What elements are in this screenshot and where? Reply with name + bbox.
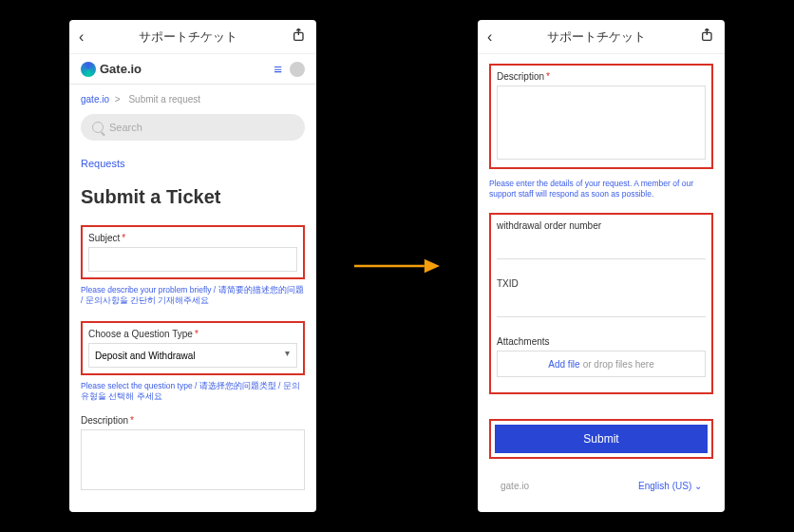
question-type-hint: Please select the question type / 请选择您的问… xyxy=(81,381,305,402)
share-icon[interactable] xyxy=(700,28,715,47)
description-highlight: Description* xyxy=(489,64,713,169)
back-icon[interactable]: ‹ xyxy=(487,28,492,46)
description-hint-right: Please enter the details of your request… xyxy=(489,179,713,200)
txid-input[interactable] xyxy=(497,293,706,317)
breadcrumb-sep: > xyxy=(115,94,121,104)
description-label-left: Description* xyxy=(81,415,305,426)
submit-button[interactable]: Submit xyxy=(495,425,708,453)
phone-screen-left: ‹ サポートチケット Gate.io ≡ gate.io > Submit a … xyxy=(69,20,316,512)
breadcrumb: gate.io > Submit a request xyxy=(81,94,305,104)
language-selector[interactable]: English (US) ⌄ xyxy=(638,481,702,491)
details-highlight: withdrawal order number TXID Attachments… xyxy=(489,213,713,394)
share-icon[interactable] xyxy=(292,28,307,47)
subject-field-highlight: Subject* xyxy=(81,225,305,279)
drop-text: or drop files here xyxy=(583,359,654,370)
back-icon[interactable]: ‹ xyxy=(79,28,84,46)
breadcrumb-current: Submit a request xyxy=(128,94,200,104)
footer: gate.io English (US) ⌄ xyxy=(489,469,713,503)
footer-brand[interactable]: gate.io xyxy=(501,481,529,491)
requests-link[interactable]: Requests xyxy=(81,158,305,169)
logo-text: Gate.io xyxy=(100,62,142,76)
description-field-left: Description* xyxy=(81,415,305,492)
subject-input[interactable] xyxy=(88,247,297,272)
phone-header-right: ‹ サポートチケット xyxy=(478,20,725,54)
avatar-icon[interactable] xyxy=(290,62,305,77)
brand-bar: Gate.io ≡ xyxy=(69,54,316,85)
search-icon xyxy=(92,122,104,133)
page-title: Submit a Ticket xyxy=(81,186,305,208)
subject-label: Subject* xyxy=(88,233,297,243)
add-file-dropzone[interactable]: Add file or drop files here xyxy=(497,351,706,377)
add-file-link[interactable]: Add file xyxy=(548,359,579,370)
search-input[interactable]: Search xyxy=(81,114,305,141)
submit-highlight: Submit xyxy=(489,419,713,459)
logo[interactable]: Gate.io xyxy=(81,62,142,77)
txid-label: TXID xyxy=(497,278,706,289)
search-placeholder: Search xyxy=(109,122,142,133)
svg-marker-2 xyxy=(425,259,440,273)
breadcrumb-root[interactable]: gate.io xyxy=(81,94,109,104)
description-label-right: Description* xyxy=(497,71,706,82)
header-title-right: サポートチケット xyxy=(547,28,646,46)
withdrawal-order-label: withdrawal order number xyxy=(497,220,706,231)
question-type-select[interactable]: Deposit and Withdrawal xyxy=(88,343,297,368)
arrow-icon xyxy=(354,252,440,280)
description-textarea-right[interactable] xyxy=(497,86,706,160)
attachments-label: Attachments xyxy=(497,336,706,347)
question-type-label: Choose a Question Type* xyxy=(88,329,297,339)
hamburger-icon[interactable]: ≡ xyxy=(274,61,282,77)
description-textarea-left[interactable] xyxy=(81,429,305,490)
content-left: gate.io > Submit a request Search Reques… xyxy=(69,85,316,512)
phone-header: ‹ サポートチケット xyxy=(69,20,316,54)
header-title: サポートチケット xyxy=(139,28,237,46)
subject-hint: Please describe your problem briefly / 请… xyxy=(81,285,305,306)
phone-screen-right: ‹ サポートチケット Description* Please enter the… xyxy=(478,20,725,512)
question-type-highlight: Choose a Question Type* Deposit and With… xyxy=(81,321,305,375)
withdrawal-order-input[interactable] xyxy=(497,235,706,259)
logo-icon xyxy=(81,62,96,77)
content-right: Description* Please enter the details of… xyxy=(478,54,725,512)
chevron-down-icon: ⌄ xyxy=(694,481,702,491)
